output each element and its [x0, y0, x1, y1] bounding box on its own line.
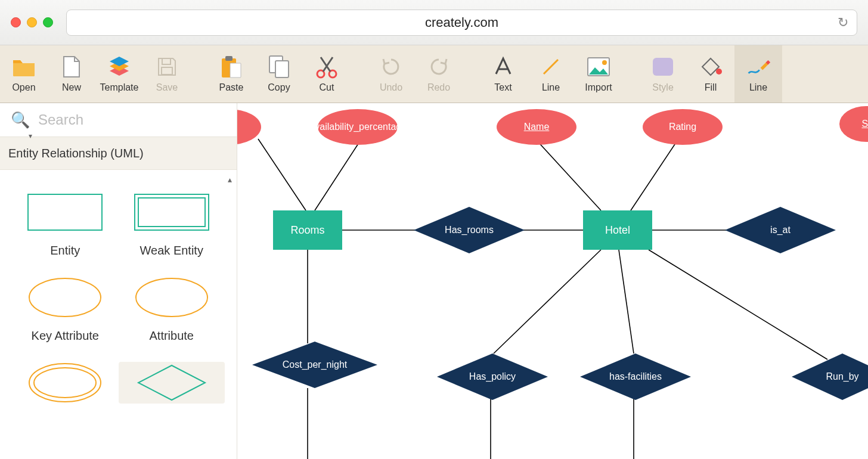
- relationship-cost-per-night[interactable]: Cost_per_night: [252, 342, 377, 388]
- import-label: Import: [585, 82, 612, 93]
- svg-rect-16: [138, 198, 205, 227]
- svg-rect-0: [162, 58, 170, 64]
- line-style-label: Line: [749, 82, 767, 93]
- paste-button[interactable]: Paste: [207, 45, 255, 103]
- svg-rect-15: [135, 194, 209, 230]
- template-label: Template: [100, 82, 139, 93]
- file-icon: [60, 55, 83, 79]
- svg-rect-1: [162, 67, 172, 75]
- shape-relationship[interactable]: [119, 362, 225, 404]
- shape-weak-entity[interactable]: Weak Entity: [119, 191, 225, 258]
- svg-rect-12: [653, 58, 673, 76]
- save-button[interactable]: Save: [143, 45, 191, 103]
- entity-hotel[interactable]: Hotel: [583, 210, 652, 250]
- relationship-is-at[interactable]: is_at: [725, 207, 836, 253]
- svg-line-21: [258, 139, 306, 210]
- toolbar: Open New Template Save Paste Copy: [0, 45, 868, 103]
- template-button[interactable]: Template: [95, 45, 143, 103]
- import-button[interactable]: Import: [575, 45, 622, 103]
- style-button[interactable]: Style: [639, 45, 687, 103]
- line-icon: [539, 55, 563, 79]
- multivalued-thumb-icon: [27, 362, 103, 404]
- text-label: Text: [494, 82, 512, 93]
- shape-entity[interactable]: Entity: [12, 191, 119, 258]
- save-label: Save: [156, 82, 178, 93]
- shape-scroller: ▴ Entity Weak Entity: [0, 170, 237, 459]
- new-button[interactable]: New: [48, 45, 95, 103]
- svg-point-17: [29, 278, 101, 317]
- attribute-availability[interactable]: Availability_percentage: [318, 109, 398, 145]
- scissors-icon: [315, 55, 339, 79]
- relationship-run-by[interactable]: Run_by: [792, 353, 868, 400]
- relationship-thumb-icon: [134, 362, 210, 404]
- copy-button[interactable]: Copy: [255, 45, 303, 103]
- attribute-thumb-icon: [134, 277, 210, 318]
- svg-line-26: [631, 139, 678, 210]
- window-zoom-button[interactable]: [43, 17, 53, 27]
- search-row: 🔍: [0, 103, 237, 137]
- svg-point-13: [716, 69, 722, 75]
- dropdown-caret-icon[interactable]: ▾: [29, 132, 32, 140]
- category-label: Entity Relationship (UML): [8, 147, 144, 160]
- relationship-has-policy[interactable]: Has_policy: [437, 353, 548, 400]
- diagram-canvas[interactable]: ype Availability_percentage Name Rating …: [237, 103, 868, 459]
- fill-label: Fill: [705, 82, 717, 93]
- relationship-has-rooms[interactable]: Has_rooms: [414, 207, 525, 253]
- redo-label: Redo: [427, 82, 450, 93]
- svg-line-30: [494, 250, 601, 353]
- shape-category-header[interactable]: Entity Relationship (UML): [0, 137, 237, 170]
- bucket-icon: [699, 55, 723, 79]
- shape-label: Weak Entity: [140, 244, 203, 258]
- svg-line-22: [315, 142, 359, 210]
- svg-rect-4: [230, 63, 241, 77]
- save-icon: [155, 55, 179, 79]
- svg-line-31: [619, 250, 634, 353]
- shape-multivalued-attribute[interactable]: [12, 362, 119, 404]
- shape-label: Attribute: [150, 329, 194, 343]
- search-input[interactable]: [38, 111, 226, 128]
- text-tool-button[interactable]: Text: [479, 45, 527, 103]
- connector-lines: [237, 103, 868, 459]
- search-icon[interactable]: 🔍: [11, 111, 30, 129]
- pencil-line-icon: [746, 55, 770, 79]
- scroll-up-icon[interactable]: ▴: [228, 175, 232, 184]
- entity-rooms[interactable]: Rooms: [273, 210, 342, 250]
- fill-button[interactable]: Fill: [687, 45, 734, 103]
- shape-sidebar: 🔍 ▾ Entity Relationship (UML) ▴ Entity: [0, 103, 237, 459]
- copy-icon: [267, 55, 291, 79]
- undo-label: Undo: [380, 82, 402, 93]
- svg-line-32: [649, 250, 827, 359]
- traffic-lights: [11, 17, 53, 27]
- shape-label: Key Attribute: [32, 329, 99, 343]
- weak-entity-thumb-icon: [134, 191, 210, 233]
- relationship-has-facilities[interactable]: has-facilities: [580, 353, 691, 400]
- svg-point-19: [29, 364, 101, 402]
- cut-button[interactable]: Cut: [303, 45, 351, 103]
- undo-button[interactable]: Undo: [367, 45, 415, 103]
- browser-chrome: creately.com ↻: [0, 0, 868, 45]
- svg-rect-3: [225, 56, 232, 61]
- redo-icon: [427, 55, 451, 79]
- shape-attribute[interactable]: Attribute: [119, 277, 225, 343]
- copy-label: Copy: [268, 82, 290, 93]
- open-button[interactable]: Open: [0, 45, 48, 103]
- window-minimize-button[interactable]: [27, 17, 37, 27]
- address-bar[interactable]: creately.com ↻: [66, 10, 857, 36]
- folder-icon: [12, 55, 36, 79]
- clipboard-icon: [219, 55, 243, 79]
- shape-label: Entity: [50, 244, 80, 258]
- open-label: Open: [12, 82, 35, 93]
- attribute-name[interactable]: Name: [497, 109, 576, 145]
- line-label: Line: [542, 82, 560, 93]
- shape-key-attribute[interactable]: Key Attribute: [12, 277, 119, 343]
- svg-line-9: [544, 60, 558, 74]
- attribute-rating[interactable]: Rating: [643, 109, 723, 145]
- entity-thumb-icon: [27, 191, 103, 233]
- reload-icon[interactable]: ↻: [838, 15, 848, 30]
- svg-point-20: [34, 368, 96, 398]
- new-label: New: [62, 82, 81, 93]
- redo-button[interactable]: Redo: [415, 45, 463, 103]
- window-close-button[interactable]: [11, 17, 21, 27]
- line-tool-button[interactable]: Line: [527, 45, 575, 103]
- line-style-button[interactable]: Line: [734, 45, 782, 103]
